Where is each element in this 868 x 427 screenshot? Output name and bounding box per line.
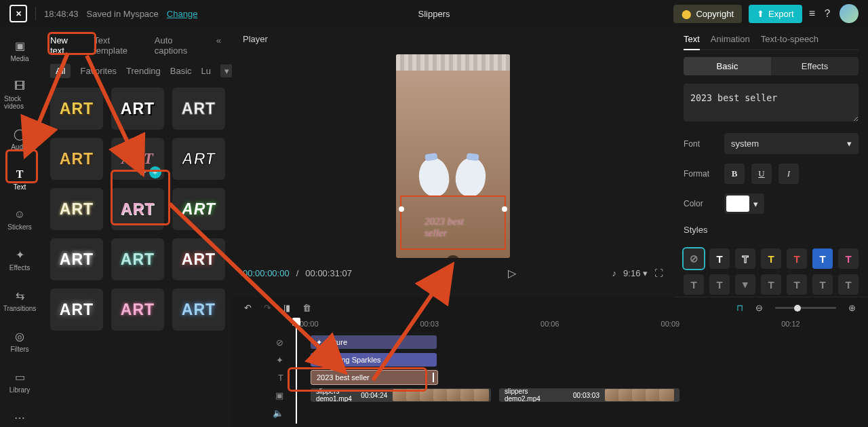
color-swatch[interactable] (726, 196, 749, 212)
subtab-basic[interactable]: Basic (170, 66, 192, 76)
text-style[interactable]: ART (111, 88, 164, 130)
tab-tts[interactable]: Text-to-speech (761, 34, 818, 44)
text-style-selected[interactable]: ART ☆ + (111, 138, 164, 180)
style-preset[interactable]: T (812, 274, 833, 295)
change-link[interactable]: Change (167, 9, 198, 19)
style-preset[interactable]: T (761, 274, 781, 295)
style-preset[interactable]: T (761, 248, 781, 269)
text-panel: New text Text template Auto captions « A… (39, 27, 233, 427)
text-style[interactable]: ART (50, 88, 103, 130)
effects-track-icon[interactable]: ✦ (244, 355, 288, 365)
canvas[interactable]: 2023 best seller ⟳ (396, 54, 510, 258)
subtab-all[interactable]: All (50, 64, 71, 78)
video-track-icon[interactable]: ▣ (244, 390, 288, 401)
help-icon[interactable]: ？ (822, 7, 833, 21)
split-button[interactable]: |▮ (283, 303, 290, 313)
sidebar-item-audio[interactable]: ◯Audio (1, 125, 38, 153)
style-preset[interactable]: T (684, 274, 704, 295)
style-preset[interactable]: T (838, 274, 859, 295)
subtab-trending[interactable]: Trending (126, 66, 161, 76)
subtab-lu[interactable]: Lu (201, 66, 211, 76)
style-preset[interactable]: T (838, 248, 859, 269)
magnet-icon[interactable]: ⊓ (736, 303, 743, 313)
sidebar-item-text[interactable]: TText (1, 166, 38, 193)
copyright-button[interactable]: ⬤Copyright (673, 5, 742, 23)
text-style[interactable]: ART (172, 188, 225, 230)
text-style[interactable]: ART (172, 238, 225, 280)
ruler[interactable]: 00:00 00:03 00:06 00:09 00:12 (232, 318, 868, 332)
play-button[interactable]: ▷ (508, 267, 516, 280)
sidebar-item-stickers[interactable]: ☺Stickers (1, 206, 38, 234)
chevron-down-icon[interactable]: ▾ (749, 199, 762, 209)
sidebar-item-effects[interactable]: ✦Effects (1, 246, 38, 274)
text-style[interactable]: ART (172, 88, 225, 130)
text-style[interactable]: ART (50, 238, 103, 280)
menu-icon[interactable]: ≡ (809, 7, 815, 20)
playhead[interactable] (296, 322, 297, 424)
export-button[interactable]: ⬆Export (749, 5, 802, 23)
text-style[interactable]: ART (50, 138, 103, 180)
sidebar-item-library[interactable]: ▭Library (1, 368, 38, 396)
tab-text[interactable]: Text (684, 34, 700, 50)
add-icon[interactable]: + (149, 166, 161, 179)
style-preset[interactable]: T (709, 248, 730, 269)
text-style[interactable]: ART (172, 289, 225, 331)
italic-button[interactable]: I (778, 164, 799, 184)
segment-control[interactable]: Basic Effects (684, 57, 859, 75)
avatar[interactable] (840, 4, 859, 23)
clip-effect-nature[interactable]: ✦ Nature (311, 335, 437, 349)
clip-text[interactable]: 2023 best seller (311, 370, 438, 385)
text-track-icon[interactable]: T (244, 373, 288, 383)
aspect-ratio[interactable]: 9:16 ▾ (623, 268, 648, 278)
style-preset[interactable]: T (812, 248, 833, 269)
chevron-down-icon: ▾ (847, 138, 852, 149)
undo-button[interactable]: ↶ (244, 303, 252, 313)
audio-track-icon[interactable]: 🔈 (244, 408, 288, 418)
style-preset[interactable]: T (787, 248, 807, 269)
clip-video-2[interactable]: slippers demo2.mp4 00:03:03 (499, 388, 679, 402)
tab-animation[interactable]: Animation (711, 34, 750, 44)
seg-basic[interactable]: Basic (684, 57, 771, 75)
tab-text-template[interactable]: Text template (94, 35, 144, 56)
zoom-out-icon[interactable]: ⊖ (755, 303, 763, 313)
zoom-slider[interactable] (775, 307, 836, 309)
text-style[interactable]: ART (111, 238, 164, 280)
tab-auto-captions[interactable]: Auto captions (155, 35, 205, 56)
style-none[interactable]: ⊘ (684, 248, 704, 269)
tab-new-text[interactable]: New text (50, 35, 83, 56)
sidebar-item-transitions[interactable]: ⇆Transitions (1, 286, 38, 315)
sidebar-item-filters[interactable]: ◎Filters (1, 327, 38, 356)
favorite-icon[interactable]: ☆ (139, 168, 146, 177)
sidebar-item-more[interactable]: ⋯ (1, 409, 38, 427)
sidebar-item-stock[interactable]: 🎞Stock videos (1, 77, 38, 113)
seg-effects[interactable]: Effects (771, 57, 859, 75)
underline-button[interactable]: U (751, 164, 772, 184)
fullscreen-icon[interactable]: ⛶ (654, 268, 663, 278)
text-style[interactable]: ART (50, 188, 103, 230)
zoom-in-icon[interactable]: ⊕ (848, 303, 856, 313)
clip-video-1[interactable]: slippers demo1.mp4 00:04:24 (311, 388, 491, 402)
overlay-text[interactable]: 2023 best seller (425, 216, 481, 239)
bold-button[interactable]: B (724, 164, 745, 184)
style-preset[interactable]: T (735, 248, 755, 269)
clip-effect-sparkles[interactable]: ✧ Shining Sparkles (311, 353, 437, 367)
text-content-input[interactable] (684, 83, 859, 122)
text-style[interactable]: ART (172, 138, 225, 180)
style-expand[interactable]: ▾ (735, 274, 755, 295)
tiktok-icon[interactable]: ♪ (612, 268, 617, 278)
style-preset[interactable]: T (787, 274, 807, 295)
redo-button[interactable]: ↷ (264, 303, 271, 313)
app-logo[interactable]: ✕ (9, 5, 27, 22)
font-select[interactable]: system▾ (724, 133, 859, 154)
subtab-favorites[interactable]: Favorites (80, 66, 116, 76)
text-style[interactable]: ART (50, 289, 103, 331)
link-icon[interactable]: ⊘ (244, 337, 288, 348)
audio-icon: ◯ (14, 128, 26, 141)
rotate-handle[interactable]: ⟳ (446, 255, 460, 258)
sidebar-item-media[interactable]: ▣Media (1, 37, 38, 65)
text-style[interactable]: ART (111, 188, 164, 230)
collapse-icon[interactable]: « (216, 35, 221, 56)
style-preset[interactable]: T (709, 274, 730, 295)
text-style[interactable]: ART (111, 289, 164, 331)
delete-button[interactable]: 🗑 (302, 303, 311, 313)
